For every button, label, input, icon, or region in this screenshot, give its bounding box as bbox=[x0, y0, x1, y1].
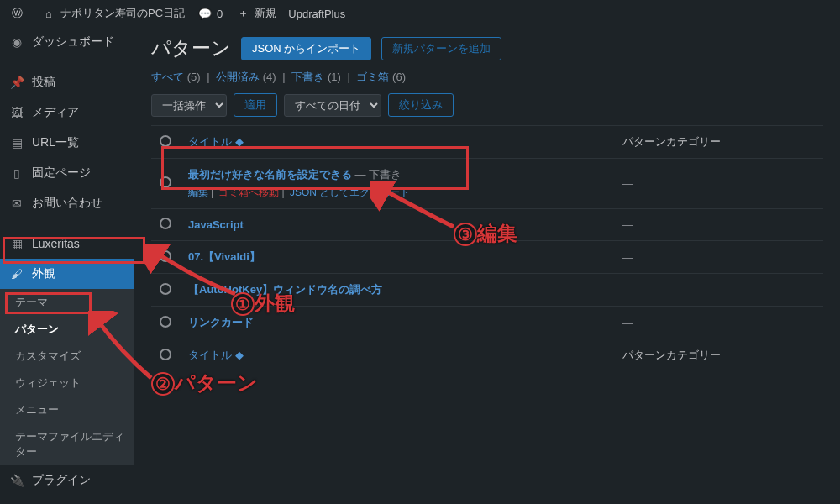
category-cell: — bbox=[622, 284, 633, 297]
row-title-link[interactable]: 最初だけ好きな名前を設定できる bbox=[188, 168, 352, 181]
import-json-button[interactable]: JSON からインポート bbox=[241, 37, 371, 60]
brush-icon: 🖌 bbox=[8, 265, 25, 282]
add-pattern-button[interactable]: 新規パターンを追加 bbox=[381, 37, 501, 60]
filter-all[interactable]: すべて bbox=[151, 71, 184, 83]
category-cell: — bbox=[622, 218, 633, 231]
patterns-table: タイトル◆ パターンカテゴリー 最初だけ好きな名前を設定できる — 下書き 編集… bbox=[151, 125, 823, 371]
menu-appearance[interactable]: 🖌外観 bbox=[0, 259, 134, 289]
action-trash[interactable]: ゴミ箱へ移動 bbox=[218, 186, 279, 198]
menu-media[interactable]: 🖼メディア bbox=[0, 97, 134, 128]
table-row: 07.【Vivaldi】 — bbox=[151, 241, 823, 274]
luxeritas-icon: ▦ bbox=[8, 235, 25, 252]
table-row: 【AutoHotKey】ウィンドウ名の調べ方 — bbox=[151, 274, 823, 307]
wp-logo[interactable]: ⓦ bbox=[8, 5, 29, 22]
col-category-footer: パターンカテゴリー bbox=[614, 339, 823, 372]
row-checkbox[interactable] bbox=[160, 218, 171, 229]
filter-button[interactable]: 絞り込み bbox=[388, 93, 454, 117]
row-checkbox[interactable] bbox=[160, 250, 171, 262]
table-row: 最初だけ好きな名前を設定できる — 下書き 編集| ゴミ箱へ移動| JSON と… bbox=[151, 159, 823, 209]
submenu-menus[interactable]: メニュー bbox=[0, 396, 134, 423]
pin-icon: 📌 bbox=[8, 74, 25, 91]
page-icon: ▯ bbox=[8, 165, 25, 181]
filter-trash[interactable]: ゴミ箱 bbox=[356, 71, 389, 83]
mail-icon: ✉ bbox=[8, 195, 25, 212]
row-checkbox[interactable] bbox=[160, 316, 171, 328]
submenu-themes[interactable]: テーマ bbox=[0, 289, 134, 316]
menu-luxeritas[interactable]: ▦Luxeritas bbox=[0, 228, 134, 259]
page-title: パターン bbox=[151, 35, 231, 61]
bulk-action-select[interactable]: 一括操作 bbox=[151, 94, 227, 117]
category-cell: — bbox=[622, 177, 633, 190]
plus-new[interactable]: ＋新規 bbox=[234, 5, 276, 22]
action-export-json[interactable]: JSON としてエクスポート bbox=[290, 186, 410, 198]
comment-icon: 💬 bbox=[197, 5, 213, 22]
menu-contact[interactable]: ✉お問い合わせ bbox=[0, 188, 134, 218]
status-suffix: — 下書き bbox=[352, 168, 402, 181]
dashboard-icon: ◉ bbox=[8, 34, 25, 50]
row-title-link[interactable]: JavaScript bbox=[188, 218, 244, 231]
filter-draft[interactable]: 下書き bbox=[291, 71, 324, 83]
row-title-link[interactable]: 07.【Vivaldi】 bbox=[188, 250, 260, 263]
col-title-footer[interactable]: タイトル◆ bbox=[180, 339, 614, 372]
category-cell: — bbox=[622, 251, 633, 264]
main-content: パターン JSON からインポート 新規パターンを追加 すべて (5) | 公開… bbox=[134, 27, 840, 504]
home-icon: ⌂ bbox=[40, 5, 57, 22]
status-filters: すべて (5) | 公開済み (4) | 下書き (1) | ゴミ箱 (6) bbox=[151, 70, 823, 85]
row-checkbox[interactable] bbox=[160, 283, 171, 295]
list-icon: ▤ bbox=[8, 134, 25, 151]
comments[interactable]: 💬0 bbox=[197, 5, 223, 22]
filter-published[interactable]: 公開済み bbox=[216, 71, 260, 83]
table-row: JavaScript — bbox=[151, 209, 823, 241]
apply-button[interactable]: 適用 bbox=[234, 93, 277, 117]
col-category: パターンカテゴリー bbox=[614, 126, 823, 159]
menu-plugins[interactable]: 🔌プラグイン bbox=[0, 465, 134, 496]
appearance-submenu: テーマ パターン カスタマイズ ウィジェット メニュー テーマファイルエディター bbox=[0, 289, 134, 465]
admin-sidebar: ◉ダッシュボード 📌投稿 🖼メディア ▤URL一覧 ▯固定ページ ✉お問い合わせ… bbox=[0, 27, 134, 504]
submenu-theme-editor[interactable]: テーマファイルエディター bbox=[0, 423, 134, 465]
submenu-patterns[interactable]: パターン bbox=[0, 316, 134, 343]
action-edit[interactable]: 編集 bbox=[188, 186, 208, 198]
menu-users[interactable]: 👤ユーザー bbox=[0, 496, 134, 504]
menu-posts[interactable]: 📌投稿 bbox=[0, 67, 134, 97]
sort-icon: ◆ bbox=[235, 135, 244, 148]
submenu-customize[interactable]: カスタマイズ bbox=[0, 343, 134, 370]
plus-icon: ＋ bbox=[234, 5, 251, 22]
select-all-footer[interactable] bbox=[151, 339, 180, 372]
updraft-link[interactable]: UpdraftPlus bbox=[288, 8, 345, 20]
category-cell: — bbox=[622, 317, 633, 329]
row-actions: 編集| ゴミ箱へ移動| JSON としてエクスポート bbox=[188, 186, 606, 200]
row-title-link[interactable]: 【AutoHotKey】ウィンドウ名の調べ方 bbox=[188, 283, 382, 296]
date-filter-select[interactable]: すべての日付 bbox=[284, 94, 381, 117]
menu-url-list[interactable]: ▤URL一覧 bbox=[0, 128, 134, 158]
row-title-link[interactable]: リンクカード bbox=[188, 316, 254, 328]
menu-dashboard[interactable]: ◉ダッシュボード bbox=[0, 27, 134, 57]
plugin-icon: 🔌 bbox=[8, 472, 25, 489]
submenu-widgets[interactable]: ウィジェット bbox=[0, 370, 134, 396]
select-all-header[interactable] bbox=[151, 126, 180, 159]
col-title[interactable]: タイトル◆ bbox=[180, 126, 614, 159]
row-checkbox[interactable] bbox=[160, 176, 171, 188]
admin-bar: ⓦ ⌂ナポリタン寿司のPC日記 💬0 ＋新規 UpdraftPlus bbox=[0, 0, 840, 27]
site-name[interactable]: ⌂ナポリタン寿司のPC日記 bbox=[40, 5, 185, 22]
table-row: リンクカード — bbox=[151, 307, 823, 339]
media-icon: 🖼 bbox=[8, 104, 25, 121]
menu-pages[interactable]: ▯固定ページ bbox=[0, 158, 134, 188]
